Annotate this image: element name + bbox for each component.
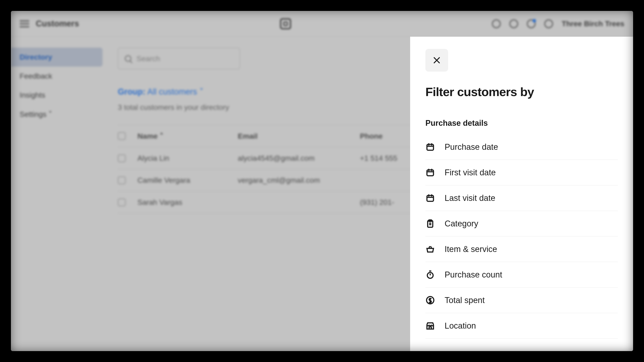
filter-item-label: Purchase count <box>444 270 502 279</box>
filter-item-label: Purchase date <box>444 142 498 152</box>
section-header: Purchase details <box>426 119 618 128</box>
calendar-icon <box>426 142 435 152</box>
calendar-icon <box>426 168 435 177</box>
filter-item-total-spent[interactable]: Total spent <box>426 287 618 313</box>
filter-panel: Filter customers by Purchase details Pur… <box>410 37 633 351</box>
filter-item-first-visit-date[interactable]: First visit date <box>426 160 618 185</box>
filter-item-purchase-date[interactable]: Purchase date <box>426 134 618 160</box>
close-button[interactable] <box>426 49 448 72</box>
filter-item-item-service[interactable]: Item & service <box>426 236 618 262</box>
filter-item-label: First visit date <box>444 168 496 177</box>
filter-item-location[interactable]: Location <box>426 313 618 339</box>
calendar-icon <box>426 193 435 203</box>
filter-item-purchase-count[interactable]: Purchase count <box>426 262 618 287</box>
filter-item-category[interactable]: Category <box>426 211 618 236</box>
filter-item-label: Location <box>444 321 476 330</box>
svg-rect-1 <box>427 170 434 176</box>
close-icon <box>433 56 441 64</box>
svg-rect-2 <box>427 195 434 201</box>
store-icon <box>426 321 435 330</box>
filter-item-last-visit-date[interactable]: Last visit date <box>426 185 618 211</box>
panel-title: Filter customers by <box>426 85 618 99</box>
stopwatch-icon <box>426 270 435 279</box>
basket-icon <box>426 244 435 254</box>
dollar-icon <box>426 295 435 305</box>
svg-rect-0 <box>427 144 434 150</box>
clipboard-icon <box>426 219 435 228</box>
filter-item-label: Last visit date <box>444 193 495 203</box>
filter-item-label: Total spent <box>444 296 485 305</box>
filter-item-label: Item & service <box>444 244 497 254</box>
filter-item-label: Category <box>444 219 478 228</box>
